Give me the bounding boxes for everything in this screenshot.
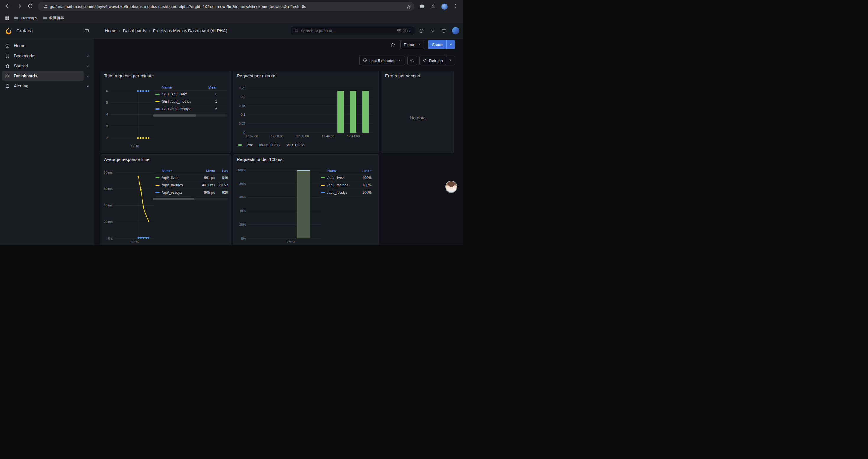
series-mean: 6 — [204, 92, 217, 96]
sidebar-item-bookmarks[interactable]: Bookmarks — [2, 51, 84, 61]
chart-request-per-minute[interactable]: 0.250.20.150.10.05017:37:0017:38:0017:39… — [234, 82, 378, 141]
panel-title[interactable]: Total requests per minute — [104, 73, 154, 78]
svg-text:17:41:00: 17:41:00 — [347, 134, 360, 138]
site-settings-icon[interactable] — [41, 2, 50, 11]
series-last: 20.5 r — [215, 183, 228, 187]
sidebar-row: Alerting — [0, 81, 94, 91]
chevron-down-icon — [448, 58, 453, 63]
reload-button[interactable] — [25, 1, 35, 12]
series-swatch — [321, 185, 325, 186]
legend-item[interactable]: 2xx Mean: 0.233 Max: 0.233 — [238, 143, 305, 147]
chevron-down-icon[interactable] — [84, 61, 92, 71]
chart-total-requests[interactable]: 6543217:40 — [101, 82, 156, 152]
refresh-split-button: Refresh — [419, 56, 455, 65]
topbar-icons — [416, 26, 463, 36]
downloads-icon[interactable] — [428, 1, 438, 12]
apps-icon — [5, 73, 10, 78]
chevron-down-icon[interactable] — [84, 51, 92, 61]
panel-title[interactable]: Average response time — [104, 157, 150, 162]
chevron-down-icon[interactable] — [84, 81, 92, 91]
assistant-avatar[interactable] — [446, 182, 457, 192]
sidebar-item-starred[interactable]: Starred — [2, 61, 84, 71]
time-controls: Last 5 minutes Refresh — [359, 56, 455, 65]
sidebar: HomeBookmarksStarredDashboardsAlerting — [0, 39, 94, 245]
legend-col-mean[interactable]: Mean — [204, 85, 217, 90]
refresh-interval-caret[interactable] — [446, 56, 455, 65]
browser-toolbar: grafana.mathmast.com/d/deytv4rwavabkb/fr… — [0, 0, 463, 13]
legend-col-last[interactable]: Las — [215, 169, 228, 173]
sidebar-row: Home — [0, 41, 94, 51]
series-name: /api/_readyz — [162, 191, 198, 195]
panel-title[interactable]: Requests under 100ms — [237, 157, 282, 162]
apps-grid-icon[interactable] — [3, 14, 11, 22]
chart-avg-response-time[interactable]: 80 ms60 ms40 ms20 ms0 s17:40 — [101, 165, 156, 244]
extensions-icon[interactable] — [416, 1, 427, 12]
bookmarks-bar: Freeleaps收藏博客 — [0, 13, 463, 23]
sidebar-item-alerting[interactable]: Alerting — [2, 81, 84, 91]
sidebar-item-label: Alerting — [14, 84, 28, 88]
kiosk-mode-icon[interactable] — [439, 26, 449, 36]
bookmark-star-icon[interactable] — [404, 2, 412, 11]
svg-text:4: 4 — [106, 112, 108, 116]
legend-col-name[interactable]: Name — [153, 85, 204, 90]
breadcrumb-item[interactable]: Freeleaps Metrics Dashboard (ALPHA) — [153, 28, 227, 33]
zoom-out-icon[interactable] — [407, 56, 417, 65]
sidebar-item-home[interactable]: Home — [2, 41, 92, 51]
scrollbar-thumb[interactable] — [153, 114, 196, 117]
chart-under-100ms[interactable]: 100%80%60%40%20%0%17:40 — [234, 165, 325, 244]
legend-row[interactable]: GET /api/_metrics2 — [153, 98, 227, 105]
legend-col-name[interactable]: Name — [153, 169, 198, 173]
browser-menu-icon[interactable] — [450, 1, 461, 12]
scrollbar-thumb[interactable] — [153, 198, 194, 200]
panel-title[interactable]: Errors per second — [385, 73, 420, 78]
svg-text:0: 0 — [243, 131, 245, 134]
legend-row[interactable]: /api/_metrics100% — [318, 182, 372, 189]
help-icon[interactable] — [416, 26, 426, 36]
panel-total-requests-per-minute: Total requests per minute 6543217:40 Nam… — [101, 71, 231, 153]
legend-row[interactable]: GET /api/_livez6 — [153, 91, 227, 98]
share-menu-caret[interactable] — [446, 40, 455, 49]
legend-col-name[interactable]: Name — [318, 169, 354, 173]
legend-row[interactable]: GET /api/_readyz6 — [153, 105, 227, 113]
refresh-button[interactable]: Refresh — [419, 56, 446, 65]
sidebar-toggle-icon[interactable] — [82, 26, 92, 36]
address-bar[interactable]: grafana.mathmast.com/d/deytv4rwavabkb/fr… — [38, 2, 414, 11]
search-shortcut: ⌘+k — [397, 28, 411, 33]
search-input[interactable]: Search or jump to... ⌘+k — [291, 26, 414, 35]
news-feed-icon[interactable] — [428, 26, 438, 36]
search-icon — [294, 28, 299, 33]
legend-row[interactable]: /api/_readyz605 µs620 — [153, 189, 228, 196]
legend-row[interactable]: /api/_livez661 µs646 — [153, 174, 228, 182]
series-mean: 40.1 ms — [198, 183, 215, 187]
legend-col-mean[interactable]: Mean — [198, 169, 215, 173]
time-range-picker[interactable]: Last 5 minutes — [359, 56, 405, 65]
favorite-star-icon[interactable] — [389, 40, 397, 49]
share-button[interactable]: Share — [428, 40, 446, 49]
chevron-down-icon — [417, 42, 422, 47]
puzzle-icon — [419, 3, 425, 10]
no-data-message: No data — [382, 83, 454, 153]
legend-row[interactable]: /api/_readyz100% — [318, 189, 372, 196]
url-text[interactable]: grafana.mathmast.com/d/deytv4rwavabkb/fr… — [50, 4, 404, 9]
breadcrumb-item[interactable]: Dashboards — [123, 28, 146, 33]
export-button[interactable]: Export — [400, 40, 425, 49]
user-avatar[interactable] — [452, 27, 459, 34]
svg-text:17:39:00: 17:39:00 — [296, 134, 309, 138]
profile-avatar[interactable] — [439, 1, 450, 12]
legend-col-last[interactable]: Last * — [354, 169, 372, 173]
legend-row[interactable]: /api/_livez100% — [318, 174, 372, 182]
bookmark-label: Freeleaps — [21, 16, 37, 20]
bookmark-item[interactable]: 收藏博客 — [40, 14, 67, 22]
sidebar-item-dashboards[interactable]: Dashboards — [2, 71, 84, 80]
legend-scrollbar[interactable] — [153, 198, 228, 200]
back-button[interactable] — [2, 1, 13, 12]
bookmark-item[interactable]: Freeleaps — [11, 14, 40, 22]
breadcrumb-item[interactable]: Home — [105, 28, 116, 33]
panel-title[interactable]: Request per minute — [237, 73, 275, 78]
series-name: /api/_livez — [162, 176, 198, 180]
legend-scrollbar[interactable] — [153, 114, 227, 117]
forward-button[interactable] — [13, 1, 24, 12]
chevron-down-icon[interactable] — [84, 71, 92, 80]
grafana-logo[interactable] — [5, 27, 12, 35]
legend-row[interactable]: /api/_metrics40.1 ms20.5 r — [153, 182, 228, 189]
